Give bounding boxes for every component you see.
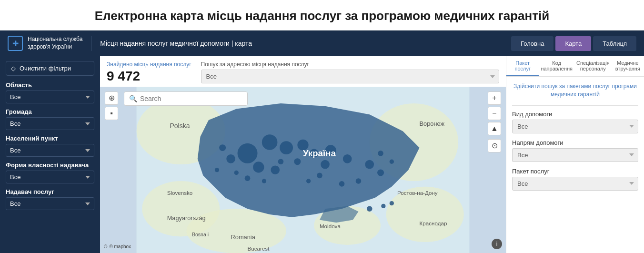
map-info-button[interactable]: i — [492, 239, 502, 249]
filter-settlement-select[interactable]: Все — [6, 144, 94, 157]
map-search-overlay: 🔍 — [124, 91, 482, 106]
svg-point-26 — [234, 170, 239, 174]
svg-text:Ростов-на-Дону: Ростов-на-Дону — [397, 190, 438, 196]
panel-filter-vid-label: Вид допомоги — [512, 111, 638, 118]
svg-point-32 — [262, 179, 266, 183]
svg-point-28 — [378, 151, 383, 156]
panel-body: Здійснити пошук за пакетами послуг прогр… — [506, 77, 644, 253]
sidebar: ◇ Очистити фільтри Область Все Громада В… — [0, 56, 100, 253]
search-icon: 🔍 — [129, 95, 137, 102]
svg-point-19 — [377, 169, 384, 176]
filter-ownership-select[interactable]: Все — [6, 171, 94, 183]
found-count: 9 472 — [107, 69, 191, 84]
logo-line1: Національна служба — [28, 36, 82, 43]
panel-filter-vid: Вид допомоги Все — [512, 111, 638, 133]
svg-point-9 — [280, 141, 293, 154]
main-layout: ◇ Очистити фільтри Область Все Громада В… — [0, 56, 644, 253]
found-count-block: Знайдено місць надання послуг 9 472 — [107, 61, 191, 84]
nav-map-button[interactable]: Карта — [555, 36, 591, 51]
map-search-row: Знайдено місць надання послуг 9 472 Пошу… — [100, 56, 506, 87]
tab-medical[interactable]: Медичне втручання — [612, 56, 644, 76]
panel-filter-napryam: Напрям допомоги Все — [512, 139, 638, 162]
panel-filter-paket-select[interactable]: Все — [512, 177, 638, 191]
svg-point-21 — [294, 158, 301, 165]
map-controls-left: ⊕ ▪ — [105, 91, 118, 120]
svg-point-34 — [381, 203, 385, 208]
mapbox-credit: © © mapbox — [104, 244, 131, 249]
panel-filter-vid-select[interactable]: Все — [512, 120, 638, 133]
layers-icon: ▪ — [110, 109, 113, 118]
svg-point-30 — [317, 172, 322, 178]
right-panel: Пакет послуг Код направлення Спеціалізац… — [506, 56, 644, 253]
zoom-in-button[interactable]: + — [488, 91, 501, 105]
panel-filter-napryam-select[interactable]: Все — [512, 148, 638, 162]
map-location-button[interactable]: ⊕ — [105, 91, 118, 105]
logo-area: ✚ Національна служба здоров'я України — [8, 36, 91, 51]
filter-provider-label: Надавач послуг — [6, 188, 94, 195]
filter-oblast-select[interactable]: Все — [6, 91, 94, 103]
map-background: Polska Україна Воронеж Slovensko Moldova… — [100, 87, 506, 253]
clear-filters-button[interactable]: ◇ Очистити фільтри — [6, 61, 94, 76]
svg-point-27 — [215, 168, 219, 172]
svg-text:Україна: Україна — [303, 148, 336, 158]
filter-provider-select[interactable]: Все — [6, 197, 94, 210]
panel-search-hint: Здійснити пошук за пакетами послуг прогр… — [512, 82, 638, 99]
svg-point-33 — [367, 206, 372, 212]
filter-provider: Надавач послуг Все — [6, 188, 94, 210]
filter-hromada-label: Громада — [6, 108, 94, 115]
svg-point-29 — [390, 159, 394, 163]
map-controls-right: + − ▲ ⊙ — [488, 91, 501, 152]
svg-text:Slovensko: Slovensko — [167, 190, 193, 196]
content-area: Знайдено місць надання послуг 9 472 Пошу… — [100, 56, 506, 253]
svg-point-31 — [306, 179, 311, 183]
svg-point-8 — [262, 134, 278, 150]
svg-point-25 — [245, 175, 251, 181]
svg-point-24 — [339, 181, 345, 187]
minus-icon: − — [492, 109, 496, 118]
svg-point-7 — [238, 143, 258, 163]
map-container: Polska Україна Воронеж Slovensko Moldova… — [100, 87, 506, 253]
compass-button[interactable]: ▲ — [488, 122, 501, 135]
tab-specialization[interactable]: Спеціалізація персоналу — [574, 56, 612, 76]
filter-ownership: Форма власності надавача Все — [6, 162, 94, 183]
measure-button[interactable]: ⊙ — [488, 139, 501, 152]
svg-text:Bucarest: Bucarest — [248, 245, 270, 251]
app-header: ✚ Національна служба здоров'я України Мі… — [0, 30, 644, 56]
zoom-out-button[interactable]: − — [488, 107, 501, 120]
logo-line2: здоров'я України — [28, 43, 82, 51]
copyright-icon: © — [104, 244, 107, 249]
mapbox-label: © mapbox — [109, 244, 131, 249]
svg-point-35 — [390, 201, 394, 205]
measure-icon: ⊙ — [492, 141, 498, 150]
svg-text:Bosna i: Bosna i — [192, 232, 209, 237]
panel-filter-paket-label: Пакет послуг — [512, 168, 638, 175]
address-select[interactable]: Все — [201, 70, 499, 83]
panel-divider — [512, 105, 638, 106]
map-svg: Polska Україна Воронеж Slovensko Moldova… — [100, 87, 506, 253]
filter-hromada-select[interactable]: Все — [6, 117, 94, 130]
nav-home-button[interactable]: Головна — [511, 36, 553, 51]
tab-kod[interactable]: Код направлення — [539, 56, 574, 76]
map-search-wrap: 🔍 — [124, 91, 248, 106]
svg-point-14 — [253, 162, 264, 172]
svg-text:Magyarország: Magyarország — [167, 214, 206, 221]
compass-icon: ▲ — [491, 124, 498, 133]
filter-oblast-label: Область — [6, 81, 94, 89]
svg-point-22 — [278, 159, 284, 164]
panel-filter-napryam-label: Напрям допомоги — [512, 139, 638, 146]
filter-hromada: Громада Все — [6, 108, 94, 130]
svg-point-17 — [219, 144, 226, 151]
tab-pakety[interactable]: Пакет послуг — [506, 56, 539, 76]
header-subtitle: Місця надання послуг медичної допомоги |… — [100, 40, 511, 47]
panel-tabs: Пакет послуг Код направлення Спеціалізац… — [506, 56, 644, 77]
filter-oblast: Область Все — [6, 81, 94, 103]
nav-table-button[interactable]: Таблиця — [593, 36, 636, 51]
info-icon: i — [496, 241, 498, 247]
logo-icon: ✚ — [8, 36, 23, 51]
map-search-input[interactable] — [140, 95, 242, 102]
svg-text:Romania: Romania — [231, 233, 256, 241]
map-layers-button[interactable]: ▪ — [105, 107, 118, 120]
page-title: Електронна карта місць надання послуг за… — [0, 0, 644, 30]
location-icon: ⊕ — [109, 93, 115, 102]
svg-point-20 — [321, 160, 330, 169]
